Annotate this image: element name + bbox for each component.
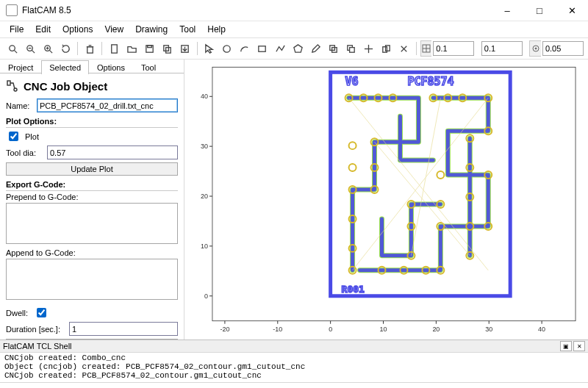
toolbar-separator — [101, 42, 102, 55]
svg-text:30: 30 — [201, 143, 208, 150]
append-label: Append to G-Code: — [6, 248, 178, 257]
maximize-button[interactable]: □ — [523, 0, 556, 21]
svg-text:PCF8574: PCF8574 — [407, 75, 453, 88]
edit-icon[interactable] — [307, 40, 323, 57]
svg-rect-20 — [259, 46, 265, 51]
svg-point-38 — [14, 88, 17, 91]
trash-icon[interactable] — [82, 40, 98, 57]
open-icon[interactable] — [123, 40, 140, 57]
name-input[interactable] — [37, 98, 178, 112]
menu-file[interactable]: File — [4, 23, 29, 36]
move-icon[interactable] — [361, 40, 377, 57]
export-gcode-button[interactable]: Export G-Code — [6, 339, 178, 340]
zoom-out-icon[interactable] — [22, 40, 38, 57]
snap-icon — [529, 40, 541, 57]
svg-text:0: 0 — [329, 326, 332, 333]
svg-line-103 — [411, 98, 440, 256]
svg-point-85 — [437, 171, 444, 179]
svg-line-8 — [49, 50, 52, 53]
plot-checkbox[interactable] — [9, 132, 18, 141]
subtract-icon[interactable] — [343, 40, 359, 57]
grid-y-input[interactable] — [481, 41, 523, 56]
svg-marker-21 — [294, 44, 302, 51]
toolbar-separator — [77, 42, 78, 55]
delete-icon[interactable] — [396, 40, 412, 57]
select-icon[interactable] — [201, 40, 218, 57]
dwell-label: Dwell: — [6, 309, 29, 317]
new-icon[interactable] — [106, 40, 122, 57]
minimize-button[interactable]: – — [491, 0, 523, 21]
shell-log[interactable]: CNCjob created: Combo_cnc Object (cncjob… — [0, 353, 588, 382]
svg-text:R001: R001 — [342, 284, 365, 295]
tab-tool[interactable]: Tool — [133, 60, 164, 74]
replot-icon[interactable] — [57, 40, 74, 57]
shell-title-label: FlatCAM TCL Shell — [3, 342, 72, 351]
menu-drawing[interactable]: Drawing — [130, 23, 173, 36]
export-icon[interactable] — [177, 40, 193, 57]
append-textarea[interactable] — [6, 259, 178, 300]
svg-text:V6: V6 — [345, 75, 359, 88]
menu-edit[interactable]: Edit — [30, 23, 56, 36]
svg-rect-14 — [148, 45, 152, 47]
rectangle-icon[interactable] — [254, 40, 270, 57]
save-icon[interactable] — [141, 40, 157, 57]
app-icon — [6, 4, 18, 16]
svg-point-19 — [223, 45, 230, 51]
svg-rect-9 — [87, 46, 93, 52]
union-icon[interactable] — [325, 40, 341, 57]
svg-marker-18 — [206, 44, 212, 52]
shell-panel: FlatCAM TCL Shell ▣ ✕ CNCjob created: Co… — [0, 340, 588, 388]
toolbar-separator — [197, 42, 198, 55]
svg-text:40: 40 — [201, 93, 208, 100]
prepend-textarea[interactable] — [6, 203, 178, 244]
shell-line: Object (cncjob) created: PCB_PCF8574_02_… — [4, 362, 584, 371]
duration-input[interactable] — [69, 322, 178, 336]
tool-dia-label: Tool dia: — [6, 148, 43, 157]
menu-view[interactable]: View — [99, 23, 129, 36]
tab-options[interactable]: Options — [89, 60, 133, 74]
plot-options-label: Plot Options: — [6, 117, 178, 128]
menu-options[interactable]: Options — [57, 23, 98, 36]
menu-help[interactable]: Help — [202, 23, 231, 36]
tool-dia-input[interactable] — [47, 146, 178, 159]
shell-line: CNCjob created: Combo_cnc — [4, 353, 584, 362]
svg-point-36 — [535, 48, 537, 49]
grid-x-input[interactable] — [433, 41, 474, 56]
svg-text:40: 40 — [538, 326, 545, 333]
snap-input[interactable] — [542, 41, 584, 56]
copy-icon[interactable] — [159, 40, 176, 57]
svg-rect-25 — [350, 47, 355, 52]
menu-tool[interactable]: Tool — [174, 23, 201, 36]
shell-close-button[interactable]: ✕ — [573, 341, 585, 351]
toolbar — [0, 37, 588, 60]
svg-rect-12 — [112, 44, 118, 52]
shell-undock-button[interactable]: ▣ — [560, 341, 572, 351]
arc-icon[interactable] — [237, 40, 253, 57]
zoom-fit-icon[interactable] — [4, 40, 21, 57]
svg-line-4 — [32, 50, 35, 53]
close-button[interactable]: ✕ — [556, 0, 588, 21]
panel-tabs: Project Selected Options Tool — [0, 60, 184, 73]
svg-text:0: 0 — [204, 292, 208, 300]
tab-selected[interactable]: Selected — [41, 60, 89, 74]
dwell-checkbox[interactable] — [37, 308, 46, 317]
shell-line: CNCjob created: PCB_PCF8574_02_contour.g… — [4, 371, 584, 380]
polyline-icon[interactable] — [272, 40, 288, 57]
tab-project[interactable]: Project — [0, 60, 41, 74]
side-panel: Project Selected Options Tool CNC Job Ob… — [0, 60, 184, 340]
svg-point-74 — [349, 164, 356, 171]
zoom-in-icon[interactable] — [40, 40, 56, 57]
plot-area[interactable]: -20 -10 0 10 20 30 40 0 10 20 30 40 — [184, 60, 588, 340]
clone-icon[interactable] — [379, 40, 395, 57]
window-controls: – □ ✕ — [491, 0, 588, 21]
svg-line-1 — [14, 50, 17, 53]
shell-input[interactable] — [0, 382, 588, 388]
svg-text:10: 10 — [201, 242, 208, 250]
svg-text:20: 20 — [201, 193, 208, 200]
svg-rect-37 — [7, 81, 10, 85]
update-plot-button[interactable]: Update Plot — [6, 162, 178, 176]
circle-icon[interactable] — [219, 40, 235, 57]
polygon-icon[interactable] — [290, 40, 306, 57]
export-gcode-label: Export G-Code: — [6, 180, 178, 191]
prepend-label: Prepend to G-Code: — [6, 193, 178, 201]
